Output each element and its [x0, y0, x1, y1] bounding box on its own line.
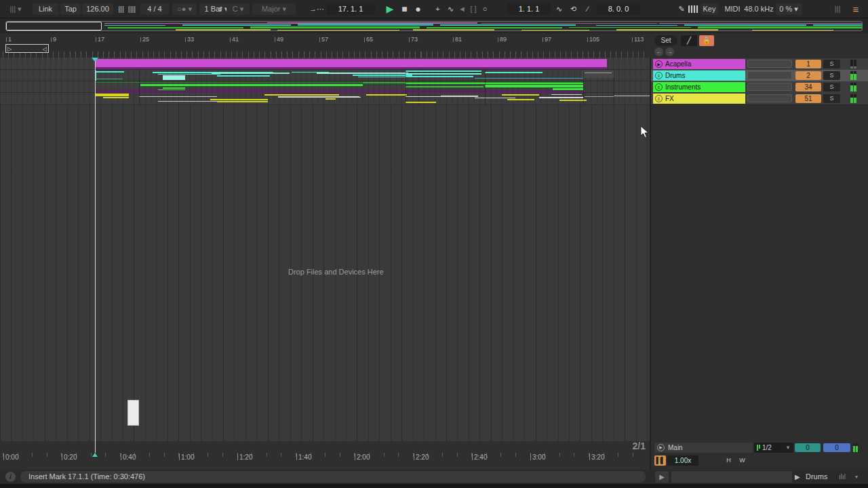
beat-ruler[interactable]: 191725334149576573818997105113 ▷ ◁: [0, 33, 650, 58]
clip-border[interactable]: [485, 70, 486, 104]
clip-note-segment[interactable]: [406, 73, 481, 75]
punch-in-icon[interactable]: ∿: [553, 3, 565, 15]
re-enable-automation-icon[interactable]: ◄: [458, 3, 467, 15]
record-button[interactable]: ●: [412, 3, 424, 15]
clip-note-segment[interactable]: [582, 70, 614, 78]
clip-note-segment[interactable]: [212, 73, 290, 74]
clip-note-segment[interactable]: [264, 94, 339, 96]
hear-solo-button[interactable]: H: [723, 455, 734, 466]
clip-note-segment[interactable]: [140, 84, 363, 86]
track-solo-button[interactable]: S: [823, 60, 840, 68]
track-input-box[interactable]: [747, 60, 792, 68]
layout-grip-icon[interactable]: ||| ▾: [5, 3, 26, 15]
clip-note-segment[interactable]: [163, 75, 185, 80]
key-signature-icon[interactable]: ♯: [216, 3, 225, 15]
clip-border[interactable]: [406, 70, 406, 104]
clip-note-segment[interactable]: [507, 99, 534, 100]
cpu-meter-icon[interactable]: |||: [831, 3, 844, 15]
clip-note-segment[interactable]: [406, 70, 481, 72]
scale-root-menu[interactable]: C ▾: [226, 3, 250, 15]
track-solo-button[interactable]: S: [823, 83, 840, 92]
clip-note-segment[interactable]: [139, 96, 217, 97]
preview-scrub-box[interactable]: [671, 471, 792, 483]
clip-note-segment[interactable]: [406, 96, 446, 97]
chevron-down-icon[interactable]: ▾: [855, 471, 863, 483]
nav-back-button[interactable]: ←: [654, 47, 663, 56]
fold-arrow-icon[interactable]: ▶: [655, 60, 663, 68]
track-row-fx[interactable]: ≡FX51S: [651, 93, 868, 104]
clip-note-segment[interactable]: [406, 83, 583, 84]
master-track-header[interactable]: ▶ Main: [654, 443, 753, 453]
clip-note-segment[interactable]: [441, 96, 478, 97]
clip-note-segment[interactable]: [406, 76, 473, 77]
groove-pool-icon[interactable]: ▌|▌: [654, 455, 666, 466]
time-ruler[interactable]: 0:000:200:401:001:201:402:002:202:403:00…: [0, 441, 650, 470]
draw-mode-icon[interactable]: ✎: [676, 3, 687, 15]
clip-note-segment[interactable]: [317, 97, 361, 98]
clip-note-segment[interactable]: [163, 87, 185, 89]
punch-region-icon[interactable]: [ ]: [468, 3, 479, 15]
wide-button[interactable]: W: [736, 455, 748, 466]
acapella-clip[interactable]: [95, 59, 607, 67]
insert-marker[interactable]: [92, 58, 98, 62]
master-pan-field[interactable]: 0: [795, 443, 821, 452]
tap-button[interactable]: Tap: [60, 3, 81, 15]
clip-note-segment[interactable]: [96, 79, 123, 79]
tempo-field[interactable]: 126.00: [82, 3, 113, 15]
track-row-drums[interactable]: ≡Drums2S: [651, 70, 868, 81]
acapella-clip-edge[interactable]: [95, 67, 607, 69]
hamburger-menu-icon[interactable]: ≡: [849, 3, 863, 15]
set-locator-button[interactable]: Set: [654, 35, 677, 46]
nudge-up-button[interactable]: ||||: [127, 3, 137, 15]
clip-note-segment[interactable]: [95, 90, 583, 93]
computer-midi-keyboard-icon[interactable]: [688, 5, 699, 13]
track-value-box[interactable]: 2: [795, 71, 821, 80]
clip-note-segment[interactable]: [485, 72, 542, 73]
arrangement-area[interactable]: Drop Files and Devices Here: [0, 58, 650, 441]
clip-note-segment[interactable]: [502, 94, 539, 96]
scale-name-menu[interactable]: Major ▾: [252, 3, 296, 15]
loop-length-field[interactable]: 8. 0. 0: [597, 3, 640, 15]
automation-mode-icon[interactable]: ∿: [445, 3, 456, 15]
add-locator-button[interactable]: +: [433, 3, 443, 15]
track-value-box[interactable]: 1: [795, 60, 821, 68]
preview-play-button[interactable]: ▶: [655, 471, 669, 483]
sample-rate-label[interactable]: 48.0 kHz: [743, 3, 774, 15]
clip-note-segment[interactable]: [475, 98, 515, 98]
track-name-block[interactable]: ≡Drums: [653, 70, 745, 81]
clip-note-segment[interactable]: [158, 101, 219, 102]
overview-viewport[interactable]: [6, 22, 102, 30]
nav-forward-button[interactable]: →: [665, 47, 674, 56]
time-signature-field[interactable]: 4 / 4: [140, 3, 169, 15]
play-button[interactable]: ▶: [384, 3, 396, 15]
track-name-block[interactable]: ≡FX: [653, 94, 745, 104]
clip-note-segment[interactable]: [317, 73, 408, 74]
midi-map-button[interactable]: MIDI: [723, 3, 742, 15]
clip-lines-icon[interactable]: ≡: [655, 83, 663, 91]
playback-speed-field[interactable]: 1.00x: [667, 455, 698, 466]
clip-lines-icon[interactable]: ≡: [655, 72, 663, 79]
clip-note-segment[interactable]: [103, 97, 129, 98]
clip-note-segment[interactable]: [551, 94, 582, 95]
clip-note-segment[interactable]: [158, 74, 220, 75]
clip-note-segment[interactable]: [559, 100, 587, 101]
clip-note-segment[interactable]: [585, 73, 612, 73]
stop-button[interactable]: ■: [399, 3, 410, 15]
clip-border[interactable]: [139, 70, 140, 104]
follow-button[interactable]: →⋯: [309, 3, 323, 15]
track-name-block[interactable]: ≡Instruments: [653, 82, 745, 92]
clip-note-segment[interactable]: [358, 77, 409, 77]
cpu-load-menu[interactable]: 0 % ▾: [776, 3, 802, 15]
arrangement-overview[interactable]: [5, 21, 863, 31]
master-volume-field[interactable]: 0: [823, 443, 850, 452]
loop-icon[interactable]: ⟲: [567, 3, 580, 15]
lock-envelopes-button[interactable]: 🔒: [699, 35, 714, 46]
clip-note-segment[interactable]: [475, 78, 583, 79]
time-ruler-marker[interactable]: [92, 453, 98, 457]
track-input-box[interactable]: [747, 94, 792, 102]
loop-brace[interactable]: ▷ ◁: [5, 44, 49, 53]
clip-note-segment[interactable]: [210, 99, 268, 100]
key-map-button[interactable]: Key: [701, 3, 718, 15]
loop-start-field[interactable]: 1. 1. 1: [507, 3, 551, 15]
track-solo-button[interactable]: S: [823, 71, 840, 80]
